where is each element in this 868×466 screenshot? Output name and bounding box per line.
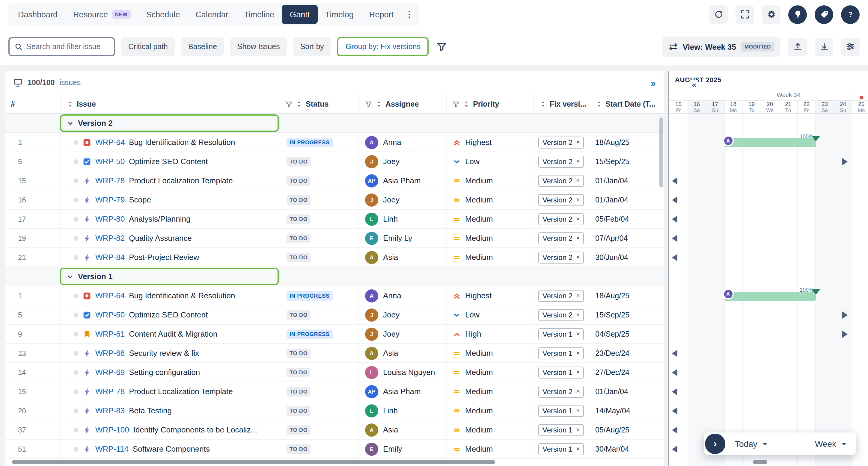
drag-dot[interactable] (74, 427, 79, 432)
bar-overflow-left-icon[interactable] (672, 350, 677, 357)
status-badge[interactable]: IN PROGRESS (286, 291, 333, 300)
drag-dot[interactable] (74, 446, 79, 451)
drag-dot[interactable] (74, 332, 79, 336)
group-by-button[interactable]: Group by: Fix versions (337, 37, 429, 56)
search-input[interactable] (26, 42, 105, 51)
lightbulb-button[interactable] (788, 5, 807, 24)
bar-overflow-left-icon[interactable] (672, 427, 677, 434)
issue-key-link[interactable]: WRP-79 (95, 195, 125, 204)
column-header-assignee[interactable]: Assignee (359, 95, 446, 113)
upload-button[interactable] (788, 37, 807, 56)
status-badge[interactable]: TO DO (286, 195, 311, 205)
fix-version-tag[interactable]: Version 2× (538, 194, 584, 206)
nav-tab-timelog[interactable]: Timelog (317, 5, 362, 24)
group-header-version-1[interactable]: Version 1 (60, 268, 279, 285)
tag-button[interactable] (815, 5, 833, 24)
remove-version-icon[interactable]: × (576, 215, 580, 222)
issue-key-link[interactable]: WRP-82 (95, 234, 125, 242)
status-badge[interactable]: TO DO (286, 444, 311, 454)
status-badge[interactable]: TO DO (286, 348, 311, 358)
fix-version-tag[interactable]: Version 2× (538, 156, 584, 167)
download-button[interactable] (815, 37, 833, 56)
remove-version-icon[interactable]: × (576, 177, 580, 184)
bar-overflow-left-icon[interactable] (672, 177, 677, 185)
issue-key-link[interactable]: WRP-100 (95, 425, 129, 434)
drag-dot[interactable] (74, 293, 79, 298)
issue-key-link[interactable]: WRP-50 (95, 310, 125, 319)
status-badge[interactable]: TO DO (286, 176, 311, 186)
settings-gear-button[interactable] (762, 5, 780, 24)
toolbar-button-baseline[interactable]: Baseline (181, 37, 224, 56)
remove-version-icon[interactable]: × (576, 292, 580, 299)
status-badge[interactable]: IN PROGRESS (286, 137, 333, 147)
bar-overflow-left-icon[interactable] (672, 196, 677, 204)
zoom-select[interactable]: Week (815, 439, 846, 448)
bar-overflow-left-icon[interactable] (672, 254, 677, 261)
filter-button[interactable] (435, 39, 449, 54)
issue-key-link[interactable]: WRP-80 (95, 214, 125, 224)
view-settings-button[interactable] (841, 37, 860, 56)
nav-tab-schedule[interactable]: Schedule (138, 5, 188, 24)
gantt-bar[interactable] (724, 138, 816, 147)
column-header-issue[interactable]: Issue (60, 95, 279, 113)
toolbar-button-critical-path[interactable]: Critical path (121, 37, 175, 56)
nav-tab-resource[interactable]: ResourceNEW (65, 5, 138, 24)
bar-overflow-left-icon[interactable] (672, 369, 677, 376)
status-badge[interactable]: IN PROGRESS (286, 329, 333, 339)
status-badge[interactable]: TO DO (286, 406, 311, 415)
remove-version-icon[interactable]: × (576, 331, 580, 337)
fix-version-tag[interactable]: Version 1× (538, 328, 584, 340)
status-badge[interactable]: TO DO (286, 253, 311, 262)
column-header-[interactable]: # (5, 95, 60, 113)
bar-overflow-left-icon[interactable] (672, 235, 677, 242)
drag-dot[interactable] (74, 197, 79, 202)
fix-version-tag[interactable]: Version 1× (538, 366, 584, 378)
drag-dot[interactable] (74, 389, 79, 394)
panel-divider[interactable] (664, 71, 668, 466)
gantt-bar[interactable] (724, 292, 816, 301)
bar-overflow-right-icon[interactable] (842, 158, 848, 165)
remove-version-icon[interactable]: × (576, 139, 580, 145)
today-button[interactable]: Today (735, 439, 768, 448)
nav-tab-report[interactable]: Report (362, 5, 401, 24)
issue-key-link[interactable]: WRP-68 (95, 348, 125, 358)
fullscreen-button[interactable] (736, 5, 754, 24)
remove-version-icon[interactable]: × (576, 446, 580, 452)
issue-key-link[interactable]: WRP-61 (95, 329, 125, 338)
nav-tab-calendar[interactable]: Calendar (188, 5, 236, 24)
drag-dot[interactable] (74, 236, 79, 240)
issue-key-link[interactable]: WRP-78 (95, 176, 125, 185)
fix-version-tag[interactable]: Version 2× (538, 232, 584, 244)
nav-tab-timeline[interactable]: Timeline (236, 5, 282, 24)
issue-key-link[interactable]: WRP-50 (95, 157, 125, 166)
fix-version-tag[interactable]: Version 2× (538, 309, 584, 321)
remove-version-icon[interactable]: × (576, 388, 580, 395)
remove-version-icon[interactable]: × (576, 235, 580, 241)
drag-dot[interactable] (74, 312, 79, 317)
fix-version-tag[interactable]: Version 1× (538, 424, 584, 436)
drag-dot[interactable] (74, 370, 79, 375)
drag-dot[interactable] (74, 255, 79, 260)
remove-version-icon[interactable]: × (576, 350, 580, 356)
status-badge[interactable]: TO DO (286, 367, 311, 377)
status-badge[interactable]: TO DO (286, 214, 311, 224)
column-header-status[interactable]: Status (279, 95, 359, 113)
status-badge[interactable]: TO DO (286, 157, 311, 166)
fix-version-tag[interactable]: Version 1× (538, 443, 584, 455)
status-badge[interactable]: TO DO (286, 425, 311, 435)
remove-version-icon[interactable]: × (576, 407, 580, 414)
fix-version-tag[interactable]: Version 2× (538, 386, 584, 397)
bar-overflow-left-icon[interactable] (672, 215, 677, 223)
issue-key-link[interactable]: WRP-64 (95, 291, 125, 300)
issue-key-link[interactable]: WRP-69 (95, 368, 125, 377)
group-header-version-2[interactable]: Version 2 (60, 114, 279, 132)
search-box[interactable] (8, 37, 115, 56)
issue-key-link[interactable]: WRP-83 (95, 406, 125, 415)
fix-version-tag[interactable]: Version 1× (538, 347, 584, 359)
sync-button[interactable] (709, 5, 728, 24)
remove-version-icon[interactable]: × (576, 427, 580, 433)
issue-key-link[interactable]: WRP-64 (95, 138, 125, 147)
expand-panel-button[interactable]: » (651, 77, 656, 88)
scroll-right-button[interactable]: › (705, 434, 725, 454)
remove-version-icon[interactable]: × (576, 158, 580, 165)
